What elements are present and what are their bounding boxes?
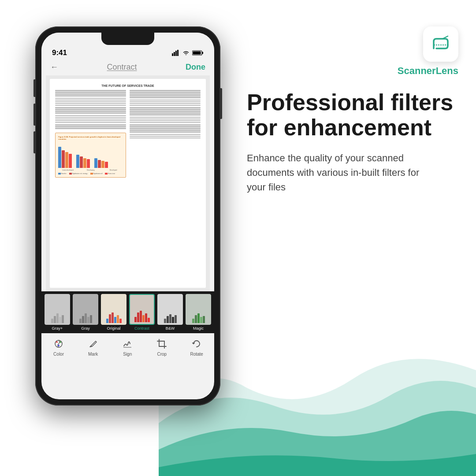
tool-mark[interactable]: Mark xyxy=(87,338,99,357)
document-area: THE FUTURE OF SERVICES TRADE xyxy=(46,75,210,291)
text-block xyxy=(55,107,126,114)
nav-bar: ← Contract Done xyxy=(41,60,214,75)
text-block xyxy=(55,115,126,123)
filter-strip: Gray+ Gray xyxy=(41,291,214,333)
mute-button xyxy=(33,79,35,97)
crop-label: Crop xyxy=(157,352,167,357)
filter-magic[interactable]: Magic xyxy=(186,294,211,331)
bottom-toolbar: Color Mark xyxy=(41,333,214,363)
text-block xyxy=(55,98,126,106)
status-icons xyxy=(172,50,204,56)
filter-original[interactable]: Original xyxy=(101,294,126,331)
signal-icon xyxy=(172,50,180,56)
svg-rect-3 xyxy=(174,52,175,56)
subheadline: Enhance the quality of your scanned docu… xyxy=(247,151,441,194)
app-icon xyxy=(423,26,458,62)
sign-label: Sign xyxy=(123,352,132,357)
mark-icon xyxy=(87,338,99,350)
wifi-icon xyxy=(182,50,190,56)
tool-rotate[interactable]: Rotate xyxy=(190,338,203,357)
tool-sign[interactable]: Sign xyxy=(121,338,134,357)
mark-label: Mark xyxy=(88,352,98,357)
battery-icon xyxy=(192,50,204,56)
filter-original-label: Original xyxy=(101,326,126,331)
volume-up-button xyxy=(33,104,35,126)
filter-bw[interactable]: B&W xyxy=(157,294,183,331)
svg-rect-2 xyxy=(172,53,173,56)
doc-col-right xyxy=(130,90,201,178)
scanner-logo-icon xyxy=(429,33,452,56)
headline: Professional filters for enhancement xyxy=(247,90,458,140)
power-button xyxy=(220,88,222,119)
tool-crop[interactable]: Crop xyxy=(156,338,168,357)
app-name: ScannerLens xyxy=(398,65,458,77)
filter-bw-label: B&W xyxy=(157,326,183,331)
text-block xyxy=(130,117,201,123)
crop-icon xyxy=(156,338,168,350)
svg-rect-7 xyxy=(202,52,204,54)
filter-contrast[interactable]: Contrast xyxy=(129,294,155,331)
tool-color[interactable]: Color xyxy=(52,338,65,357)
svg-point-11 xyxy=(60,341,61,343)
color-label: Color xyxy=(53,352,64,357)
back-button[interactable]: ← xyxy=(50,63,58,72)
rotate-icon xyxy=(190,338,203,350)
svg-point-10 xyxy=(56,341,58,343)
phone-shell: 9:41 xyxy=(35,26,220,405)
doc-col-left: Figure D.36: Projected services trade gr… xyxy=(55,90,126,178)
filter-magic-label: Magic xyxy=(186,326,211,331)
done-button[interactable]: Done xyxy=(186,63,205,72)
svg-rect-5 xyxy=(177,50,178,56)
phone-container: 9:41 xyxy=(13,26,242,450)
status-time: 9:41 xyxy=(52,48,67,57)
text-block xyxy=(130,134,201,139)
svg-rect-4 xyxy=(175,51,177,56)
volume-down-button xyxy=(33,131,35,153)
text-block xyxy=(130,124,201,133)
filter-gray-plus[interactable]: Gray+ xyxy=(45,294,70,331)
filter-contrast-label: Contrast xyxy=(129,326,155,331)
right-content: ScannerLens Professional filters for enh… xyxy=(247,26,458,194)
filter-gray[interactable]: Gray xyxy=(73,294,98,331)
notch xyxy=(101,33,154,45)
app-logo-area: ScannerLens xyxy=(247,26,458,77)
doc-chart: Figure D.36: Projected services trade gr… xyxy=(55,133,126,178)
text-block xyxy=(55,124,126,129)
sign-icon xyxy=(121,338,134,350)
nav-title: Contract xyxy=(107,63,137,72)
text-block xyxy=(130,90,201,98)
filter-gray-plus-label: Gray+ xyxy=(45,326,70,331)
text-block xyxy=(130,107,201,115)
svg-point-12 xyxy=(58,345,60,346)
doc-columns: Figure D.36: Projected services trade gr… xyxy=(55,90,200,178)
svg-rect-0 xyxy=(429,33,452,56)
filter-gray-label: Gray xyxy=(73,326,98,331)
rotate-label: Rotate xyxy=(190,352,203,357)
svg-rect-8 xyxy=(193,52,201,55)
document-page: THE FUTURE OF SERVICES TRADE xyxy=(50,79,205,288)
doc-title: THE FUTURE OF SERVICES TRADE xyxy=(55,84,200,87)
text-block xyxy=(55,90,126,97)
text-block xyxy=(130,100,201,106)
phone-screen: 9:41 xyxy=(41,33,214,399)
chart-bars xyxy=(58,141,123,168)
color-icon xyxy=(52,338,65,350)
